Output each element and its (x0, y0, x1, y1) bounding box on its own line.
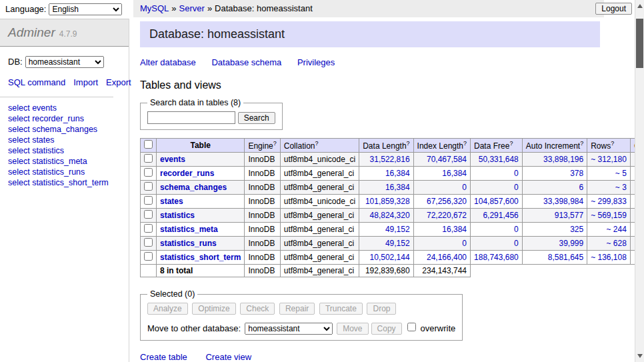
help-icon[interactable]: ? (611, 140, 614, 147)
help-icon[interactable]: ? (273, 140, 277, 147)
db-select[interactable]: homeassistant (25, 56, 104, 68)
export-link[interactable]: Export (106, 77, 131, 87)
data-length-link[interactable]: 49,152 (385, 225, 410, 234)
table-link[interactable]: recorder_runs (160, 169, 214, 178)
rows-link[interactable]: ~ 628 (607, 239, 627, 248)
table-link[interactable]: statistics_runs (160, 239, 217, 248)
row-checkbox[interactable] (144, 182, 153, 191)
search-button[interactable]: Search (238, 112, 275, 124)
database-schema-link[interactable]: Database schema (211, 57, 281, 67)
row-checkbox[interactable] (144, 224, 153, 233)
index-length-link[interactable]: 67,256,320 (427, 197, 467, 206)
breadcrumb-server-link[interactable]: Server (179, 3, 205, 13)
auto-increment-link[interactable]: 33,898,196 (543, 155, 583, 164)
rows-link[interactable]: ~ 244 (607, 225, 627, 234)
row-checkbox[interactable] (144, 252, 153, 261)
auto-increment-link[interactable]: 39,999 (559, 239, 583, 248)
rows-link[interactable]: ~ 312,180 (591, 155, 627, 164)
search-input[interactable] (147, 111, 235, 124)
drop-button[interactable]: Drop (367, 303, 396, 315)
auto-increment-link[interactable]: 325 (570, 225, 583, 234)
row-checkbox[interactable] (144, 196, 153, 205)
data-length-link[interactable]: 16,384 (385, 169, 410, 178)
data-length-link[interactable]: 48,824,320 (370, 211, 410, 220)
table-link[interactable]: states (160, 197, 183, 206)
data-length-link[interactable]: 49,152 (385, 239, 410, 248)
auto-increment-link[interactable]: 33,398,984 (543, 197, 583, 206)
scroll-down-icon[interactable] (637, 354, 643, 358)
data-length-link[interactable]: 101,859,328 (365, 197, 410, 206)
app-name[interactable]: Adminer (8, 25, 55, 39)
optimize-button[interactable]: Optimize (192, 303, 235, 315)
help-icon[interactable]: ? (407, 140, 410, 147)
row-checkbox[interactable] (144, 168, 153, 177)
index-length-link[interactable]: 16,384 (442, 225, 467, 234)
vertical-scrollbar[interactable] (635, 0, 644, 362)
data-length-link[interactable]: 16,384 (385, 183, 410, 192)
table-link[interactable]: schema_changes (160, 183, 227, 192)
import-link[interactable]: Import (73, 77, 98, 87)
index-length-link[interactable]: 0 (462, 183, 467, 192)
auto-increment-link[interactable]: 6 (579, 183, 583, 192)
index-length-link[interactable]: 72,220,672 (427, 211, 467, 220)
rows-link[interactable]: ~ 3 (615, 183, 627, 192)
repair-button[interactable]: Repair (279, 303, 315, 315)
index-length-link[interactable]: 70,467,584 (427, 155, 467, 164)
create-table-link[interactable]: Create table (140, 352, 187, 362)
data-free-link[interactable]: 188,743,680 (474, 253, 519, 262)
sidebar-item-select-statistics-meta[interactable]: select statistics_meta (8, 156, 121, 167)
sidebar-item-select-recorder-runs[interactable]: select recorder_runs (8, 113, 121, 124)
data-free-link[interactable]: 50,331,648 (479, 155, 519, 164)
breadcrumb-mysql-link[interactable]: MySQL (140, 3, 169, 13)
index-length-link[interactable]: 24,166,400 (427, 253, 467, 262)
sidebar-item-select-schema-changes[interactable]: select schema_changes (8, 124, 121, 135)
data-free-link[interactable]: 104,857,600 (474, 197, 519, 206)
table-link[interactable]: statistics_short_term (160, 253, 241, 262)
overwrite-checkbox[interactable] (407, 323, 416, 331)
rows-link[interactable]: ~ 5 (615, 169, 627, 178)
logout-button[interactable]: Logout (595, 3, 632, 15)
auto-increment-link[interactable]: 378 (570, 169, 583, 178)
rows-link[interactable]: ~ 136,108 (591, 253, 627, 262)
scroll-up-icon[interactable] (637, 4, 643, 8)
sidebar-item-select-states[interactable]: select states (8, 135, 121, 145)
help-icon[interactable]: ? (509, 140, 513, 147)
language-select[interactable]: English (49, 3, 122, 15)
truncate-button[interactable]: Truncate (319, 303, 363, 315)
alter-database-link[interactable]: Alter database (140, 57, 196, 67)
overwrite-label[interactable]: overwrite (421, 323, 456, 333)
rows-link[interactable]: ~ 569,159 (591, 211, 627, 220)
data-free-link[interactable]: 0 (514, 169, 519, 178)
sidebar-item-select-statistics-short-term[interactable]: select statistics_short_term (8, 177, 121, 188)
create-view-link[interactable]: Create view (205, 352, 251, 362)
data-free-link[interactable]: 0 (514, 239, 519, 248)
data-free-link[interactable]: 0 (514, 183, 519, 192)
index-length-link[interactable]: 16,384 (442, 169, 467, 178)
data-free-link[interactable]: 6,291,456 (483, 211, 518, 220)
sidebar-item-select-statistics[interactable]: select statistics (8, 145, 121, 156)
select-all-checkbox[interactable] (144, 140, 153, 149)
help-icon[interactable]: ? (315, 140, 318, 147)
sidebar-item-select-statistics-runs[interactable]: select statistics_runs (8, 167, 121, 177)
table-link[interactable]: statistics_meta (160, 225, 218, 234)
auto-increment-link[interactable]: 8,581,645 (548, 253, 583, 262)
data-free-link[interactable]: 0 (514, 225, 519, 234)
privileges-link[interactable]: Privileges (297, 57, 335, 67)
rows-link[interactable]: ~ 299,833 (591, 197, 627, 206)
help-icon[interactable]: ? (463, 140, 467, 147)
index-length-link[interactable]: 0 (462, 239, 467, 248)
row-checkbox[interactable] (144, 210, 153, 219)
copy-button[interactable]: Copy (371, 323, 402, 335)
scrollbar-thumb[interactable] (636, 19, 643, 68)
move-button[interactable]: Move (337, 323, 368, 335)
table-link[interactable]: statistics (160, 211, 195, 220)
row-checkbox[interactable] (144, 238, 153, 247)
move-db-select[interactable]: homeassistant (245, 323, 333, 335)
data-length-link[interactable]: 31,522,816 (370, 155, 410, 164)
help-icon[interactable]: ? (580, 140, 583, 147)
analyze-button[interactable]: Analyze (147, 303, 188, 315)
table-link[interactable]: events (160, 155, 185, 164)
sql-command-link[interactable]: SQL command (8, 77, 65, 87)
auto-increment-link[interactable]: 913,577 (555, 211, 583, 220)
row-checkbox[interactable] (144, 154, 153, 163)
